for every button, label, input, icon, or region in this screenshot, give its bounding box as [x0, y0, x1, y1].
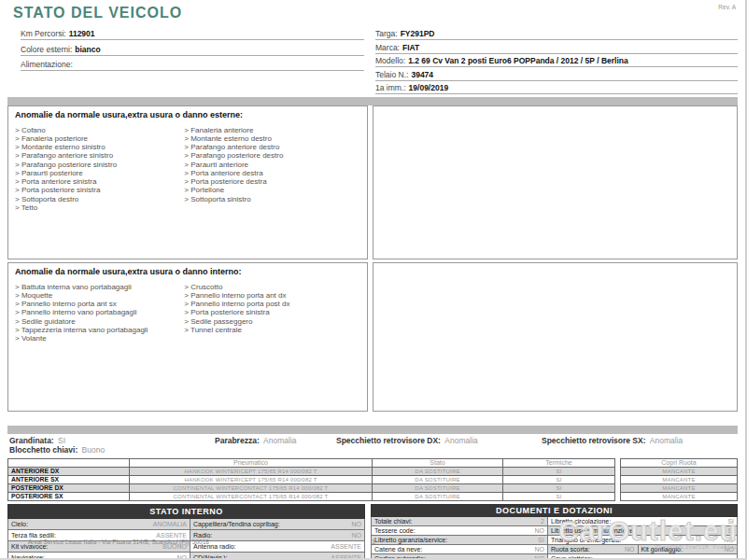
- anomaly-item: Parafango anteriore sinistro: [15, 151, 184, 160]
- field-label: Modello:: [375, 56, 405, 66]
- field-label: Telaio N.:: [375, 70, 408, 80]
- condition-blocchetto-chiavi: Blocchetto chiavi: Buono: [0, 445, 745, 455]
- condition-grandinata: Grandinata: SI: [9, 436, 215, 445]
- page-title: STATO DEL VEICOLO: [0, 0, 745, 27]
- field-value: 1.2 69 Cv Van 2 posti Euro6 POPPanda / 2…: [408, 56, 628, 66]
- field-label: 1a imm.:: [375, 83, 406, 93]
- anomaly-item: Pannello interno porta ant dx: [184, 291, 360, 300]
- anomaly-item: Montante esterno sinistro: [15, 143, 184, 151]
- tyre-header-termiche: Termiche: [503, 458, 615, 467]
- condition-specchietto-sx: Specchietto retrovisore SX: Anomalia: [542, 436, 683, 445]
- field-telaio: Telaio N.: 39474: [375, 70, 738, 81]
- field-prima-immatricolazione: 1a imm.: 19/09/2019: [375, 83, 738, 94]
- exterior-anomalies-box: Anomalie da normale usura,extra usura o …: [7, 105, 368, 259]
- interior-anomalies-heading: Anomalie da normale usura,extra usura o …: [15, 267, 360, 276]
- condition-label: Blocchetto chiavi:: [9, 445, 78, 455]
- field-label: Km Percorsi:: [21, 29, 66, 39]
- wheel-cover-row: MANCANTE: [621, 467, 738, 475]
- stato-interno-header-row: STATO INTERNO: [8, 504, 365, 518]
- anomaly-item: Porta posteriore sinistra: [15, 186, 184, 194]
- wheel-cover-row: MANCANTE: [621, 475, 738, 483]
- tyre-model: HANKOOK WINTERICEPT 175/65 R14 000/082 T: [130, 467, 373, 475]
- tyre-winter: SI: [503, 492, 615, 500]
- anomaly-item: Tunnel centrale: [184, 326, 360, 334]
- tyre-position: ANTERIORE SX: [8, 475, 130, 483]
- tyre-status: DA SOSTITUIRE: [373, 467, 503, 475]
- field-marca: Marca: FIAT: [375, 43, 738, 54]
- cell-label: Codice autoradio:: [374, 554, 426, 560]
- tyre-position: ANTERIORE DX: [8, 467, 130, 475]
- wheel-cover-table: Copri Ruota MANCANTE MANCANTE MANCANTE M…: [620, 458, 738, 501]
- interior-anomalies-list-right: Cruscotto Pannello interno porta ant dx …: [184, 283, 360, 343]
- anomaly-item: Tetto: [15, 203, 184, 212]
- vehicle-info-left-column: Km Percorsi: 112901 Colore esterni: bian…: [21, 29, 364, 97]
- anomaly-item: Cofano: [15, 126, 184, 134]
- cell-value: ASSENTE: [331, 553, 361, 560]
- field-km-percorsi: Km Percorsi: 112901: [21, 29, 364, 40]
- field-label: Alimentazione:: [21, 60, 73, 70]
- anomaly-item: Pannello interno porta post dx: [184, 300, 360, 308]
- wheel-cover-value: MANCANTE: [621, 467, 738, 475]
- table-cell-totale-chiavi: Totale chiavi: 2: [372, 516, 548, 525]
- anomaly-item: Fanaleria anteriore: [184, 126, 360, 134]
- wheel-cover-row: MANCANTE: [621, 492, 738, 500]
- anomaly-item: Tappezzeria interna vano portabagagli: [15, 326, 184, 334]
- cell-value: NO: [352, 531, 362, 539]
- interior-anomalies-section: Anomalie da normale usura,extra usura o …: [7, 262, 738, 412]
- field-label: Colore esterni:: [21, 45, 72, 55]
- field-alimentazione: Alimentazione:: [21, 60, 364, 71]
- exterior-anomalies-list-right: Fanaleria anteriore Montante esterno des…: [184, 126, 360, 213]
- condition-label: Parabrezza:: [215, 436, 260, 445]
- field-label: Targa:: [375, 29, 398, 39]
- wheel-cover-row: MANCANTE: [621, 483, 738, 492]
- field-value: 39474: [411, 70, 433, 80]
- tyre-header-position: [8, 458, 130, 467]
- cell-value: NO: [534, 545, 544, 553]
- exterior-anomalies-section: Anomalie da normale usura,extra usura o …: [7, 105, 738, 259]
- tyre-model: CONTINENTAL WINTERCONTACT 175/65 R14 000…: [130, 483, 373, 492]
- footer-page-number: 1: [372, 539, 375, 545]
- watermark-text: CarOutlet.eu: [558, 519, 738, 543]
- tyre-status: DA SOSTITUIRE: [373, 483, 503, 492]
- tyre-row-posteriore-sx: POSTERIORE SX CONTINENTAL WINTERCONTACT …: [8, 492, 615, 500]
- anomaly-item: Sottoporta destro: [15, 195, 184, 203]
- cell-label: Cielo:: [11, 520, 28, 528]
- table-cell-navigatore: Navigatore: NO: [8, 552, 190, 560]
- anomaly-item: Moquette: [15, 291, 184, 300]
- anomaly-item: Porta anteriore destra: [184, 169, 360, 177]
- cell-label: Cavo elettrico:: [551, 554, 593, 560]
- tyre-winter: SI: [503, 475, 615, 483]
- anomaly-item: Parafango posteriore sinistro: [15, 161, 184, 169]
- condition-parabrezza: Parabrezza: Anomalia: [215, 436, 336, 445]
- tyre-winter: SI: [503, 483, 615, 492]
- condition-label: Specchietto retrovisore SX:: [542, 436, 645, 445]
- cell-label: CD(Navig.):: [193, 553, 228, 560]
- tyre-model: CONTINENTAL WINTERCONTACT 175/65 R14 000…: [130, 492, 373, 500]
- condition-summary-line: Grandinata: SI Parabrezza: Anomalia Spec…: [0, 434, 745, 445]
- condition-specchietto-dx: Specchietto retrovisore DX: Anomalia: [336, 436, 542, 445]
- table-cell-antenna-radio: Antenna radio: ASSENTE: [190, 540, 365, 552]
- table-cell-cavo-elettrico: Cavo elettrico:: [547, 553, 737, 560]
- tyre-row-anteriore-dx: ANTERIORE DX HANKOOK WINTERICEPT 175/65 …: [8, 467, 615, 475]
- caroutlet-watermark: CarOutlet.eu ID:caf1bD,2caf128, Fca81cu: [558, 519, 738, 551]
- anomaly-item: Cruscotto: [184, 283, 360, 291]
- table-row: Navigatore: NO CD(Navig.): ASSENTE: [8, 552, 365, 560]
- tyre-status: DA SOSTITUIRE: [373, 475, 503, 483]
- cell-label: Libretto garanzia/service:: [374, 536, 447, 544]
- exterior-anomalies-lists: Cofano Fanaleria posteriore Montante est…: [15, 126, 360, 213]
- tyre-table: Pneumatico Stato Termiche ANTERIORE DX H…: [7, 458, 615, 501]
- condition-value: SI: [58, 436, 65, 445]
- exterior-anomalies-heading: Anomalie da normale usura,extra usura o …: [15, 110, 360, 119]
- anomaly-item: Pannello interno vano portabagagli: [15, 308, 184, 316]
- condition-label: Grandinata:: [9, 436, 54, 445]
- condition-value: Anomalia: [263, 436, 296, 445]
- tyre-winter: SI: [503, 467, 615, 475]
- tyre-header-pneumatico: Pneumatico: [130, 458, 373, 467]
- anomaly-item: Parafango anteriore destro: [184, 143, 360, 151]
- cell-value: ANOMALIA: [153, 520, 187, 528]
- field-label: Marca:: [375, 43, 400, 53]
- interior-anomalies-box: Anomalie da normale usura,extra usura o …: [7, 262, 368, 412]
- tyre-table-header-row: Pneumatico Stato Termiche: [8, 458, 615, 467]
- cell-value: NO: [534, 526, 544, 535]
- tyre-status: DA SOSTITUIRE: [373, 492, 503, 500]
